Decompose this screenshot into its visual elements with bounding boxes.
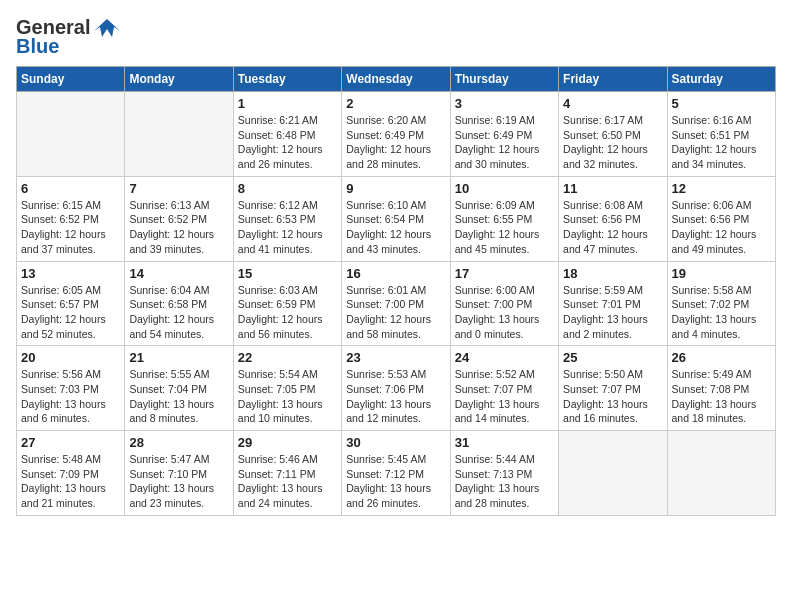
calendar-cell: 30Sunrise: 5:45 AM Sunset: 7:12 PM Dayli… — [342, 431, 450, 516]
cell-content: Sunrise: 5:47 AM Sunset: 7:10 PM Dayligh… — [129, 452, 228, 511]
day-number: 18 — [563, 266, 662, 281]
day-number: 1 — [238, 96, 337, 111]
calendar-cell: 25Sunrise: 5:50 AM Sunset: 7:07 PM Dayli… — [559, 346, 667, 431]
cell-content: Sunrise: 6:00 AM Sunset: 7:00 PM Dayligh… — [455, 283, 554, 342]
day-number: 28 — [129, 435, 228, 450]
day-number: 22 — [238, 350, 337, 365]
day-number: 14 — [129, 266, 228, 281]
day-number: 19 — [672, 266, 771, 281]
calendar-week-4: 20Sunrise: 5:56 AM Sunset: 7:03 PM Dayli… — [17, 346, 776, 431]
cell-content: Sunrise: 5:46 AM Sunset: 7:11 PM Dayligh… — [238, 452, 337, 511]
cell-content: Sunrise: 5:58 AM Sunset: 7:02 PM Dayligh… — [672, 283, 771, 342]
calendar-week-5: 27Sunrise: 5:48 AM Sunset: 7:09 PM Dayli… — [17, 431, 776, 516]
calendar-cell: 27Sunrise: 5:48 AM Sunset: 7:09 PM Dayli… — [17, 431, 125, 516]
cell-content: Sunrise: 5:55 AM Sunset: 7:04 PM Dayligh… — [129, 367, 228, 426]
calendar-cell: 4Sunrise: 6:17 AM Sunset: 6:50 PM Daylig… — [559, 92, 667, 177]
cell-content: Sunrise: 5:56 AM Sunset: 7:03 PM Dayligh… — [21, 367, 120, 426]
calendar-cell: 19Sunrise: 5:58 AM Sunset: 7:02 PM Dayli… — [667, 261, 775, 346]
calendar-cell — [559, 431, 667, 516]
calendar-cell: 1Sunrise: 6:21 AM Sunset: 6:48 PM Daylig… — [233, 92, 341, 177]
calendar-cell — [667, 431, 775, 516]
calendar-cell: 28Sunrise: 5:47 AM Sunset: 7:10 PM Dayli… — [125, 431, 233, 516]
day-header-friday: Friday — [559, 67, 667, 92]
calendar-cell: 11Sunrise: 6:08 AM Sunset: 6:56 PM Dayli… — [559, 176, 667, 261]
cell-content: Sunrise: 5:49 AM Sunset: 7:08 PM Dayligh… — [672, 367, 771, 426]
cell-content: Sunrise: 5:50 AM Sunset: 7:07 PM Dayligh… — [563, 367, 662, 426]
calendar-cell: 22Sunrise: 5:54 AM Sunset: 7:05 PM Dayli… — [233, 346, 341, 431]
day-number: 2 — [346, 96, 445, 111]
calendar-cell: 23Sunrise: 5:53 AM Sunset: 7:06 PM Dayli… — [342, 346, 450, 431]
calendar-cell: 20Sunrise: 5:56 AM Sunset: 7:03 PM Dayli… — [17, 346, 125, 431]
day-number: 27 — [21, 435, 120, 450]
calendar-table: SundayMondayTuesdayWednesdayThursdayFrid… — [16, 66, 776, 516]
calendar-cell: 15Sunrise: 6:03 AM Sunset: 6:59 PM Dayli… — [233, 261, 341, 346]
cell-content: Sunrise: 5:44 AM Sunset: 7:13 PM Dayligh… — [455, 452, 554, 511]
cell-content: Sunrise: 5:45 AM Sunset: 7:12 PM Dayligh… — [346, 452, 445, 511]
calendar-cell: 9Sunrise: 6:10 AM Sunset: 6:54 PM Daylig… — [342, 176, 450, 261]
cell-content: Sunrise: 6:06 AM Sunset: 6:56 PM Dayligh… — [672, 198, 771, 257]
cell-content: Sunrise: 5:48 AM Sunset: 7:09 PM Dayligh… — [21, 452, 120, 511]
cell-content: Sunrise: 6:19 AM Sunset: 6:49 PM Dayligh… — [455, 113, 554, 172]
calendar-cell — [17, 92, 125, 177]
calendar-cell: 10Sunrise: 6:09 AM Sunset: 6:55 PM Dayli… — [450, 176, 558, 261]
calendar-week-2: 6Sunrise: 6:15 AM Sunset: 6:52 PM Daylig… — [17, 176, 776, 261]
cell-content: Sunrise: 5:52 AM Sunset: 7:07 PM Dayligh… — [455, 367, 554, 426]
day-number: 15 — [238, 266, 337, 281]
cell-content: Sunrise: 6:03 AM Sunset: 6:59 PM Dayligh… — [238, 283, 337, 342]
cell-content: Sunrise: 6:01 AM Sunset: 7:00 PM Dayligh… — [346, 283, 445, 342]
cell-content: Sunrise: 6:17 AM Sunset: 6:50 PM Dayligh… — [563, 113, 662, 172]
calendar-cell — [125, 92, 233, 177]
day-number: 23 — [346, 350, 445, 365]
day-number: 21 — [129, 350, 228, 365]
cell-content: Sunrise: 6:10 AM Sunset: 6:54 PM Dayligh… — [346, 198, 445, 257]
calendar-cell: 6Sunrise: 6:15 AM Sunset: 6:52 PM Daylig… — [17, 176, 125, 261]
calendar-cell: 12Sunrise: 6:06 AM Sunset: 6:56 PM Dayli… — [667, 176, 775, 261]
day-header-thursday: Thursday — [450, 67, 558, 92]
day-number: 9 — [346, 181, 445, 196]
calendar-header-row: SundayMondayTuesdayWednesdayThursdayFrid… — [17, 67, 776, 92]
day-header-wednesday: Wednesday — [342, 67, 450, 92]
cell-content: Sunrise: 6:16 AM Sunset: 6:51 PM Dayligh… — [672, 113, 771, 172]
cell-content: Sunrise: 6:20 AM Sunset: 6:49 PM Dayligh… — [346, 113, 445, 172]
day-number: 31 — [455, 435, 554, 450]
logo: General Blue — [16, 16, 120, 58]
day-header-tuesday: Tuesday — [233, 67, 341, 92]
day-number: 16 — [346, 266, 445, 281]
calendar-cell: 3Sunrise: 6:19 AM Sunset: 6:49 PM Daylig… — [450, 92, 558, 177]
calendar-cell: 2Sunrise: 6:20 AM Sunset: 6:49 PM Daylig… — [342, 92, 450, 177]
calendar-cell: 13Sunrise: 6:05 AM Sunset: 6:57 PM Dayli… — [17, 261, 125, 346]
day-number: 29 — [238, 435, 337, 450]
day-header-saturday: Saturday — [667, 67, 775, 92]
day-header-sunday: Sunday — [17, 67, 125, 92]
day-number: 10 — [455, 181, 554, 196]
day-number: 25 — [563, 350, 662, 365]
calendar-week-1: 1Sunrise: 6:21 AM Sunset: 6:48 PM Daylig… — [17, 92, 776, 177]
calendar-cell: 16Sunrise: 6:01 AM Sunset: 7:00 PM Dayli… — [342, 261, 450, 346]
logo-blue-text: Blue — [16, 35, 59, 58]
day-number: 13 — [21, 266, 120, 281]
calendar-cell: 21Sunrise: 5:55 AM Sunset: 7:04 PM Dayli… — [125, 346, 233, 431]
calendar-cell: 5Sunrise: 6:16 AM Sunset: 6:51 PM Daylig… — [667, 92, 775, 177]
page-header: General Blue — [16, 16, 776, 58]
day-number: 12 — [672, 181, 771, 196]
cell-content: Sunrise: 6:05 AM Sunset: 6:57 PM Dayligh… — [21, 283, 120, 342]
day-number: 17 — [455, 266, 554, 281]
calendar-cell: 14Sunrise: 6:04 AM Sunset: 6:58 PM Dayli… — [125, 261, 233, 346]
svg-marker-0 — [94, 19, 120, 37]
day-number: 6 — [21, 181, 120, 196]
cell-content: Sunrise: 6:08 AM Sunset: 6:56 PM Dayligh… — [563, 198, 662, 257]
cell-content: Sunrise: 6:12 AM Sunset: 6:53 PM Dayligh… — [238, 198, 337, 257]
cell-content: Sunrise: 5:54 AM Sunset: 7:05 PM Dayligh… — [238, 367, 337, 426]
calendar-week-3: 13Sunrise: 6:05 AM Sunset: 6:57 PM Dayli… — [17, 261, 776, 346]
cell-content: Sunrise: 6:09 AM Sunset: 6:55 PM Dayligh… — [455, 198, 554, 257]
day-number: 7 — [129, 181, 228, 196]
cell-content: Sunrise: 6:04 AM Sunset: 6:58 PM Dayligh… — [129, 283, 228, 342]
day-number: 24 — [455, 350, 554, 365]
cell-content: Sunrise: 6:21 AM Sunset: 6:48 PM Dayligh… — [238, 113, 337, 172]
cell-content: Sunrise: 5:59 AM Sunset: 7:01 PM Dayligh… — [563, 283, 662, 342]
cell-content: Sunrise: 6:15 AM Sunset: 6:52 PM Dayligh… — [21, 198, 120, 257]
cell-content: Sunrise: 6:13 AM Sunset: 6:52 PM Dayligh… — [129, 198, 228, 257]
day-number: 11 — [563, 181, 662, 196]
calendar-cell: 31Sunrise: 5:44 AM Sunset: 7:13 PM Dayli… — [450, 431, 558, 516]
calendar-cell: 29Sunrise: 5:46 AM Sunset: 7:11 PM Dayli… — [233, 431, 341, 516]
